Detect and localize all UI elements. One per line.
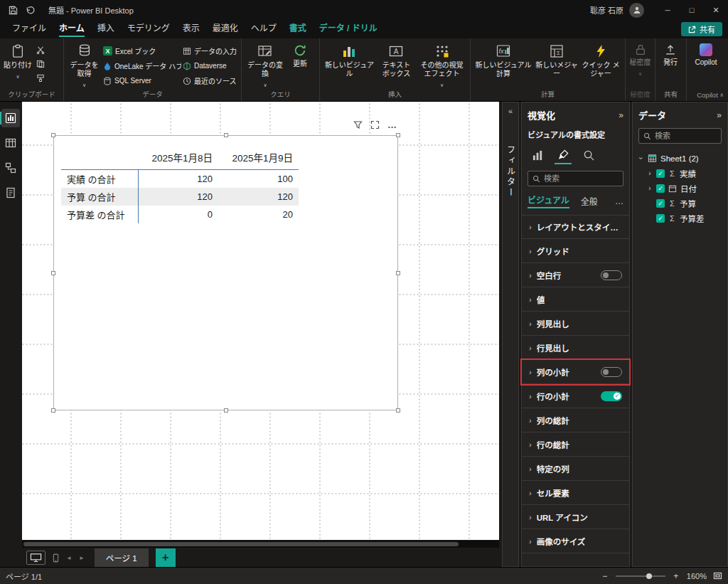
- collapse-pane-icon[interactable]: [619, 110, 623, 120]
- matrix-cell[interactable]: 120: [138, 174, 218, 184]
- tab-file[interactable]: ファイル: [6, 20, 53, 38]
- scrollbar-thumb[interactable]: [23, 542, 459, 546]
- matrix-cell[interactable]: 120: [218, 191, 299, 202]
- share-button[interactable]: 共有: [681, 22, 722, 36]
- data-search-box[interactable]: [638, 128, 722, 144]
- field-yosan[interactable]: 予算: [638, 196, 722, 211]
- section-image-size[interactable]: 画像のサイズ: [522, 529, 629, 553]
- section-cell-elements[interactable]: セル要素: [522, 481, 629, 505]
- section-values[interactable]: 値: [522, 287, 629, 312]
- matrix-cell[interactable]: 20: [218, 209, 299, 220]
- cut-button[interactable]: [34, 44, 47, 55]
- data-search-input[interactable]: [655, 132, 717, 140]
- selection-handle[interactable]: [396, 271, 400, 275]
- dax-query-view-button[interactable]: [1, 184, 20, 202]
- more-options-icon[interactable]: [615, 196, 623, 206]
- refresh-button[interactable]: 更新: [287, 42, 313, 70]
- canvas-horizontal-scrollbar[interactable]: [22, 541, 499, 548]
- tab-help[interactable]: ヘルプ: [245, 20, 283, 38]
- zoom-out-button[interactable]: −: [601, 571, 609, 581]
- user-name[interactable]: 聡彦 石原: [590, 4, 623, 16]
- report-view-button[interactable]: [1, 109, 20, 127]
- column-subtotals-toggle[interactable]: [601, 367, 622, 377]
- build-visual-icon[interactable]: [529, 146, 546, 164]
- field-checkbox-checked[interactable]: [656, 199, 665, 208]
- table-node-sheet1[interactable]: Sheet1 (2): [638, 151, 722, 166]
- selection-handle[interactable]: [51, 271, 55, 275]
- tab-home[interactable]: ホーム: [53, 20, 91, 38]
- zoom-slider-thumb[interactable]: [646, 573, 652, 579]
- visual-more-options-icon[interactable]: …: [387, 122, 397, 128]
- section-row-subtotals[interactable]: 行の小計: [522, 384, 629, 408]
- copy-button[interactable]: [34, 58, 47, 69]
- format-visual-icon[interactable]: [555, 146, 572, 164]
- next-page-arrow[interactable]: ►: [79, 555, 85, 561]
- format-painter-button[interactable]: [34, 73, 47, 83]
- section-grid[interactable]: グリッド: [522, 239, 629, 263]
- minimize-button[interactable]: [655, 0, 680, 20]
- get-data-button[interactable]: データを取得: [67, 42, 102, 90]
- matrix-cell[interactable]: 120: [138, 191, 218, 202]
- matrix-cell[interactable]: 100: [218, 174, 299, 184]
- format-search-box[interactable]: [528, 171, 623, 186]
- paste-button[interactable]: 貼り付け: [3, 42, 33, 82]
- field-yosansa[interactable]: 予算差: [638, 211, 722, 225]
- collapse-ribbon-icon[interactable]: [719, 92, 724, 98]
- transform-data-button[interactable]: データの変換: [245, 42, 286, 90]
- format-search-input[interactable]: [544, 174, 619, 183]
- section-column-headers[interactable]: 列見出し: [522, 312, 629, 336]
- collapse-pane-icon[interactable]: [717, 110, 722, 120]
- matrix-row-header[interactable]: 予算 の合計: [61, 190, 138, 203]
- tab-general-settings[interactable]: 全般: [581, 195, 598, 207]
- tab-optimize[interactable]: 最適化: [206, 20, 245, 38]
- matrix-col-header[interactable]: 2025年1月9日: [218, 150, 299, 164]
- section-column-grand-totals[interactable]: 列の総計: [522, 408, 629, 432]
- onelake-hub-button[interactable]: OneLake データ ハブ: [103, 60, 181, 72]
- field-checkbox-checked[interactable]: [656, 214, 665, 223]
- enter-data-button[interactable]: データの入力: [183, 45, 238, 57]
- visual-focus-mode-icon[interactable]: [370, 120, 380, 129]
- field-checkbox-checked[interactable]: [656, 169, 665, 178]
- matrix-cell[interactable]: 0: [138, 209, 218, 220]
- section-column-subtotals[interactable]: 列の小計: [522, 360, 629, 384]
- selection-handle[interactable]: [224, 133, 228, 137]
- section-url-icon[interactable]: URL アイコン: [522, 505, 629, 529]
- field-checkbox-checked[interactable]: [656, 184, 665, 193]
- row-subtotals-toggle[interactable]: [601, 391, 622, 401]
- matrix-row-header[interactable]: 実績 の合計: [61, 172, 138, 186]
- matrix-col-header[interactable]: 2025年1月8日: [138, 150, 218, 164]
- fit-to-page-icon[interactable]: [713, 571, 722, 580]
- close-button[interactable]: [704, 0, 728, 20]
- model-view-button[interactable]: [1, 159, 20, 177]
- visual-filter-icon[interactable]: [353, 120, 363, 129]
- field-hizuke[interactable]: 日付: [638, 181, 722, 196]
- maximize-button[interactable]: [680, 0, 704, 20]
- matrix-visual[interactable]: … 2025年1月8日 2025年1月9日 実績 の合計 120 100 予算 …: [53, 135, 398, 410]
- text-box-button[interactable]: A テキスト ボックス: [378, 42, 415, 80]
- excel-workbook-button[interactable]: X Excel ブック: [103, 45, 181, 57]
- tab-modeling[interactable]: モデリング: [121, 20, 176, 38]
- tab-view[interactable]: 表示: [176, 20, 206, 38]
- tab-insert[interactable]: 挿入: [91, 20, 121, 38]
- publish-button[interactable]: 発行: [658, 42, 682, 68]
- previous-page-arrow[interactable]: ◄: [66, 555, 72, 561]
- new-visual-calc-button[interactable]: fx 新しいビジュアル計算: [473, 42, 533, 80]
- copilot-button[interactable]: Copilot: [690, 42, 722, 68]
- recent-sources-button[interactable]: 最近のソース: [183, 75, 238, 87]
- expand-filters-icon[interactable]: [508, 107, 513, 115]
- section-row-headers[interactable]: 行見出し: [522, 336, 629, 360]
- table-view-button[interactable]: [1, 134, 20, 152]
- tab-format[interactable]: 書式: [283, 20, 313, 38]
- selection-handle[interactable]: [396, 408, 400, 413]
- page-tab[interactable]: ページ 1: [95, 548, 149, 567]
- selection-handle[interactable]: [51, 408, 55, 413]
- quick-measure-button[interactable]: クイック メジャー: [580, 42, 621, 80]
- matrix-row-header[interactable]: 予算差 の合計: [61, 208, 138, 221]
- section-row-grand-totals[interactable]: 行の総計: [522, 432, 629, 457]
- new-measure-button[interactable]: Σ 新しいメジャー: [535, 42, 579, 80]
- section-layout-style-presets[interactable]: レイアウトとスタイルのプリ...: [522, 215, 629, 239]
- selection-handle[interactable]: [51, 133, 55, 137]
- section-specific-column[interactable]: 特定の列: [522, 457, 629, 481]
- desktop-layout-button[interactable]: [26, 551, 46, 565]
- tab-visual-settings[interactable]: ビジュアル: [528, 193, 569, 208]
